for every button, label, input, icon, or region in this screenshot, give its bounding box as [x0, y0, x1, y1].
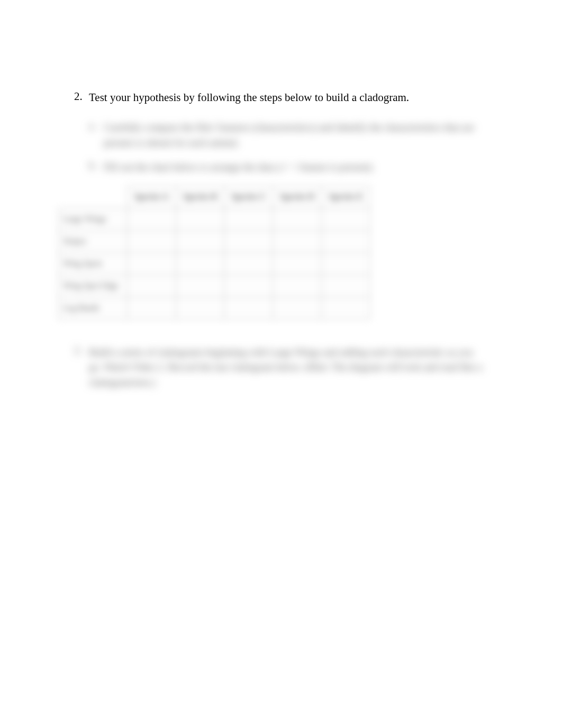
col-header: Species B — [176, 186, 224, 208]
sub-text: Carefully compare the files' features (c… — [104, 120, 487, 150]
col-header: Species D — [273, 186, 322, 208]
row-label: Wing Spots — [59, 252, 128, 275]
table-row: Wing Spot Edge — [59, 275, 370, 297]
row-label: Large Wings — [59, 208, 128, 230]
cell — [176, 252, 224, 275]
item-number: 3. — [74, 345, 89, 357]
cell — [322, 208, 370, 230]
cell — [224, 252, 273, 275]
cell — [322, 275, 370, 297]
cell — [176, 208, 224, 230]
cell — [224, 275, 273, 297]
col-header: Species E — [322, 186, 370, 208]
sub-text: Fill out the chart below to arrange the … — [104, 160, 374, 175]
row-label: Wing Spot Edge — [59, 275, 128, 297]
table-row: Large Wings — [59, 208, 370, 230]
cell — [127, 230, 176, 252]
item-text: Build a series of cladograms beginning w… — [89, 345, 487, 390]
cell — [322, 230, 370, 252]
cell — [273, 252, 322, 275]
list-item-3: 3. Build a series of cladograms beginnin… — [74, 345, 487, 390]
cell — [127, 252, 176, 275]
item-text: Test your hypothesis by following the st… — [89, 90, 409, 105]
cell — [273, 297, 322, 319]
cell — [224, 230, 273, 252]
cell — [224, 297, 273, 319]
sub-letter: a. — [89, 120, 104, 132]
characteristics-table: Species A Species B Species C Species D … — [58, 186, 487, 320]
cell — [273, 230, 322, 252]
cell — [322, 297, 370, 319]
table-row: Stripes — [59, 230, 370, 252]
cell — [127, 275, 176, 297]
sub-list: a. Carefully compare the files' features… — [89, 120, 487, 175]
sub-item-b: b. Fill out the chart below to arrange t… — [89, 160, 487, 175]
sub-letter: b. — [89, 160, 104, 171]
table-corner — [59, 186, 128, 208]
list-item-2: 2. Test your hypothesis by following the… — [74, 90, 487, 105]
row-label: Leg Bands — [59, 297, 128, 319]
sub-item-a: a. Carefully compare the files' features… — [89, 120, 487, 150]
cell — [176, 230, 224, 252]
table-row: Leg Bands — [59, 297, 370, 319]
cell — [127, 208, 176, 230]
cell — [127, 297, 176, 319]
col-header: Species A — [127, 186, 176, 208]
row-label: Stripes — [59, 230, 128, 252]
cell — [273, 275, 322, 297]
cell — [176, 275, 224, 297]
cell — [322, 252, 370, 275]
col-header: Species C — [224, 186, 273, 208]
cell — [176, 297, 224, 319]
table-row: Wing Spots — [59, 252, 370, 275]
cell — [224, 208, 273, 230]
item-number: 2. — [74, 90, 89, 103]
cell — [273, 208, 322, 230]
